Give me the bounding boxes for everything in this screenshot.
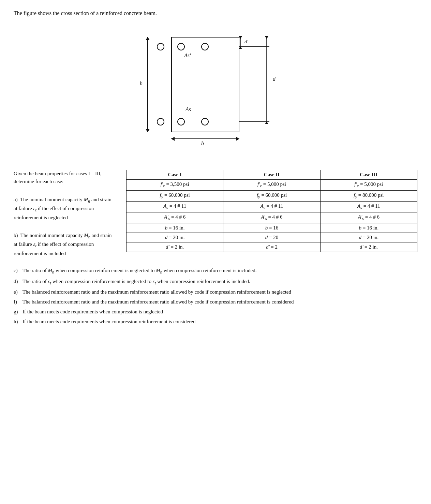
table-cell-1-0: fy = 60,000 psi xyxy=(127,191,223,202)
table-row-1: fy = 60,000 psify = 60,000 psify = 80,00… xyxy=(127,191,417,202)
table-cell-5-0: d = 20 in. xyxy=(127,233,223,242)
rebar-top-2 xyxy=(177,43,185,50)
rebar-bot-2 xyxy=(177,118,185,125)
d-prime-arrow xyxy=(235,36,246,50)
table-row-5: d = 20 in.d = 20d = 20 in. xyxy=(127,233,417,242)
table-cell-5-1: d = 20 xyxy=(223,233,320,242)
b-label: b xyxy=(201,140,204,147)
rebar-top-3 xyxy=(201,43,209,50)
table-row-4: b = 16 in.b = 16b = 16 in. xyxy=(127,223,417,233)
col-header-case3: Case III xyxy=(320,170,417,180)
table-cell-2-1: As = 4 # 11 xyxy=(223,202,320,212)
table-cell-3-0: A's = 4 # 6 xyxy=(127,212,223,223)
table-row-3: A's = 4 # 6A's = 4 # 6A's = 4 # 6 xyxy=(127,212,417,223)
b-dimension-arrow xyxy=(171,138,239,139)
table-cell-3-1: A's = 4 # 6 xyxy=(223,212,320,223)
table-cell-6-0: d' = 2 in. xyxy=(127,242,223,252)
d-label: d xyxy=(273,76,276,82)
table-row-2: As = 4 # 11As = 4 # 11As = 4 # 11 xyxy=(127,202,417,212)
table-cell-0-1: f'c = 5,000 psi xyxy=(223,180,320,191)
table-cell-3-2: A's = 4 # 6 xyxy=(320,212,417,223)
table-cell-4-0: b = 16 in. xyxy=(127,223,223,233)
part-a-label: a) The nominal moment capacity Mn and st… xyxy=(14,196,116,222)
list-item-c: c) The ratio of Mn when compression rein… xyxy=(14,266,417,276)
list-item-h: h) If the beam meets code requirements w… xyxy=(14,317,417,326)
table-cell-4-2: b = 16 in. xyxy=(320,223,417,233)
rebar-bot-3 xyxy=(201,118,209,125)
problem-intro: Given the beam properties for cases I – … xyxy=(14,170,116,186)
diagram-container: h As' As d' xyxy=(127,23,304,160)
bottom-list: c) The ratio of Mn when compression rein… xyxy=(14,266,417,326)
list-item-e: e) The balanced reinforcement ratio and … xyxy=(14,288,417,296)
h-label: h xyxy=(140,80,143,87)
table-cell-0-0: f'c = 3,500 psi xyxy=(127,180,223,191)
table-cell-2-2: As = 4 # 11 xyxy=(320,202,417,212)
as-prime-label: As' xyxy=(184,53,191,59)
intro-text: The figure shows the cross section of a … xyxy=(14,10,417,16)
list-item-d: d) The ratio of εt when compression rein… xyxy=(14,277,417,287)
table-cell-4-1: b = 16 xyxy=(223,223,320,233)
part-b-label: b) The nominal moment capacity Mn and st… xyxy=(14,232,116,257)
h-dimension-arrow xyxy=(147,37,148,132)
svg-marker-5 xyxy=(265,121,268,124)
properties-table: Case I Case II Case III f'c = 3,500 psif… xyxy=(126,170,417,252)
rebar-bot-1 xyxy=(157,118,164,125)
table-cell-1-2: fy = 80,000 psi xyxy=(320,191,417,202)
col-header-case2: Case II xyxy=(223,170,320,180)
as-label: As xyxy=(185,106,191,113)
table-cell-2-0: As = 4 # 11 xyxy=(127,202,223,212)
svg-marker-1 xyxy=(239,36,242,39)
table-cell-6-2: d' = 2 in. xyxy=(320,242,417,252)
table-row-6: d' = 2 in.d' = 2d' = 2 in. xyxy=(127,242,417,252)
diagram-area: h As' As d' xyxy=(14,23,417,160)
content-lower: Given the beam properties for cases I – … xyxy=(14,170,417,260)
table-cell-1-1: fy = 60,000 psi xyxy=(223,191,320,202)
svg-marker-4 xyxy=(265,36,268,39)
d-arrow xyxy=(262,36,272,125)
table-row-0: f'c = 3,500 psif'c = 5,000 psif'c = 5,00… xyxy=(127,180,417,191)
left-text: Given the beam properties for cases I – … xyxy=(14,170,116,260)
list-item-g: g) If the beam meets code requirements w… xyxy=(14,308,417,316)
list-item-f: f) The balanced reinforcement ratio and … xyxy=(14,298,417,306)
table-cell-0-2: f'c = 5,000 psi xyxy=(320,180,417,191)
table-cell-5-2: d = 20 in. xyxy=(320,233,417,242)
col-header-case1: Case I xyxy=(127,170,223,180)
table-cell-6-1: d' = 2 xyxy=(223,242,320,252)
rebar-top-1 xyxy=(157,43,164,50)
